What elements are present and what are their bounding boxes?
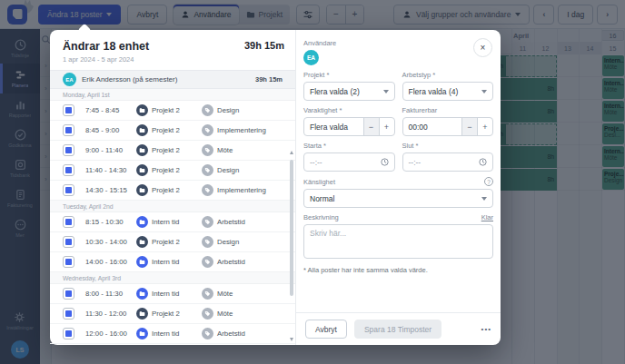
fakturerbar-stepper[interactable]: 00:00 − + [402, 117, 494, 136]
entry-time: 9:00 - 11:40 [85, 146, 136, 154]
cancel-button[interactable]: Avbryt [305, 320, 347, 339]
kanslighet-select[interactable]: Normal [303, 189, 493, 208]
entry-project-label: Projekt 2 [152, 310, 180, 318]
entry-checkbox[interactable] [63, 236, 74, 248]
entry-checkbox[interactable] [63, 184, 74, 196]
time-entry-row[interactable]: 12:00 - 16:00Intern tidArbetstid [50, 324, 295, 344]
edit-form-panel: Användare EA × Projekt * Flera valda (2)… [295, 30, 501, 345]
tag-icon [204, 127, 211, 133]
entry-project: Projekt 2 [136, 184, 202, 196]
tag-icon [204, 259, 211, 265]
entry-project: Intern tid [136, 256, 202, 268]
arbetstyp-select[interactable]: Flera valda (4) [402, 82, 494, 101]
entry-project-label: Intern tid [152, 290, 179, 298]
folder-icon [139, 107, 145, 113]
list-scrollbar[interactable] [290, 151, 294, 341]
varaktighet-value: Flera valda [304, 123, 363, 132]
entry-worktype-label: Arbetstid [217, 218, 245, 226]
app-screen: Ändra 18 poster Avbryt Användare Projekt… [0, 0, 625, 364]
entries-panel: Ändrar 18 enhet 1 apr 2024 - 5 apr 2024 … [50, 30, 295, 345]
tag-icon [204, 167, 211, 173]
folder-icon [139, 127, 145, 133]
modal-header: Ändrar 18 enhet 1 apr 2024 - 5 apr 2024 … [50, 30, 295, 70]
starta-input[interactable]: --:-- [303, 152, 395, 172]
time-entry-row[interactable]: 8:45 - 9:00Projekt 2Implementering [50, 121, 295, 141]
time-entry-row[interactable]: 14:00 - 16:00Intern tidArbetstid [50, 252, 295, 272]
entry-checkbox[interactable] [63, 288, 74, 300]
slut-input[interactable]: --:-- [402, 152, 494, 172]
entry-project-label: Projekt 2 [152, 186, 180, 194]
entry-checkbox[interactable] [63, 124, 74, 136]
scrollbar-thumb[interactable] [290, 160, 293, 296]
more-options-icon[interactable]: ••• [481, 325, 491, 333]
close-icon[interactable]: × [473, 38, 492, 57]
entry-project-label: Projekt 2 [152, 238, 180, 246]
project-folder-icon [136, 256, 148, 268]
beskrivning-textarea[interactable] [303, 224, 493, 259]
starta-value: --:-- [310, 158, 322, 167]
entry-project-label: Intern tid [152, 258, 179, 266]
slut-value: --:-- [409, 158, 422, 167]
entry-worktype: Möte [202, 288, 233, 300]
worktype-tag-icon [202, 328, 213, 339]
time-entry-row[interactable]: 10:30 - 14:00Projekt 2Design [50, 232, 295, 252]
varaktighet-label: Varaktighet * [303, 106, 395, 114]
entry-project: Projekt 2 [136, 144, 202, 156]
entry-checkbox[interactable] [63, 104, 74, 116]
entry-time: 8:45 - 9:00 [85, 126, 136, 134]
entry-checkbox[interactable] [63, 256, 74, 268]
time-entry-row[interactable]: 8:00 - 11:30Intern tidMöte [50, 284, 295, 304]
tag-icon [204, 147, 211, 153]
decrement-button[interactable]: − [461, 118, 477, 135]
time-entry-row[interactable]: 14:30 - 15:15Projekt 2Implementering [50, 181, 295, 201]
klar-link[interactable]: Klar [481, 213, 493, 221]
increment-button[interactable]: + [477, 118, 492, 135]
time-entry-row[interactable]: 7:45 - 8:45Projekt 2Design [50, 101, 295, 121]
fakturerbar-value: 00:00 [403, 123, 462, 132]
modal-date-range: 1 apr 2024 - 5 apr 2024 [63, 55, 149, 64]
entry-project: Projekt 2 [136, 124, 202, 136]
entry-checkbox[interactable] [63, 144, 74, 156]
form-footnote: * Alla poster har inte samma valda värde… [303, 266, 493, 274]
entry-worktype: Arbetstid [202, 216, 245, 228]
time-entry-row[interactable]: 8:15 - 10:30Intern tidArbetstid [50, 212, 295, 232]
entry-checkbox[interactable] [63, 328, 74, 339]
scroll-down-icon[interactable] [290, 338, 293, 341]
project-folder-icon [136, 104, 148, 116]
save-button[interactable]: Spara 18 Timposter [354, 320, 441, 339]
info-icon[interactable]: ? [484, 177, 493, 186]
time-entry-row[interactable]: 11:40 - 14:30Projekt 2Design [50, 161, 295, 181]
entry-worktype: Implementering [202, 184, 266, 196]
worktype-tag-icon [202, 124, 213, 136]
increment-button[interactable]: + [379, 118, 394, 135]
kanslighet-label-row: Känslighet ? [303, 177, 493, 186]
decrement-button[interactable]: − [363, 118, 379, 135]
entry-worktype: Design [202, 104, 239, 116]
user-summary-row[interactable]: EA Erik Andersson (på semester) 39h 15m [50, 70, 295, 89]
entry-checkbox[interactable] [63, 216, 74, 228]
form-user-avatar[interactable]: EA [303, 50, 319, 65]
modal-total-time: 39h 15m [244, 40, 284, 51]
varaktighet-stepper[interactable]: Flera valda − + [303, 117, 395, 136]
entry-worktype-label: Möte [217, 310, 233, 318]
entry-time: 10:30 - 14:00 [85, 238, 136, 246]
entry-checkbox[interactable] [63, 308, 74, 320]
entry-time: 7:45 - 8:45 [85, 106, 136, 114]
worktype-tag-icon [202, 216, 213, 228]
entry-project: Intern tid [136, 216, 202, 228]
entry-time: 11:30 - 12:00 [85, 310, 136, 318]
entry-checkbox[interactable] [63, 164, 74, 176]
time-entry-row[interactable]: 11:30 - 12:00Projekt 2Möte [50, 304, 295, 324]
tag-icon [204, 107, 211, 113]
project-folder-icon [136, 236, 148, 248]
time-entry-row[interactable]: 9:00 - 11:40Projekt 2Möte [50, 141, 295, 161]
arbetstyp-label: Arbetstyp * [402, 71, 494, 79]
projekt-value: Flera valda (2) [310, 87, 360, 96]
folder-icon [139, 219, 145, 225]
kanslighet-value: Normal [310, 194, 334, 203]
chevron-down-icon [383, 90, 389, 93]
day-section-header: Tuesday, April 2nd [50, 201, 295, 212]
projekt-select[interactable]: Flera valda (2) [303, 82, 395, 101]
scroll-up-icon[interactable] [290, 151, 293, 154]
projekt-label: Projekt * [303, 71, 395, 79]
